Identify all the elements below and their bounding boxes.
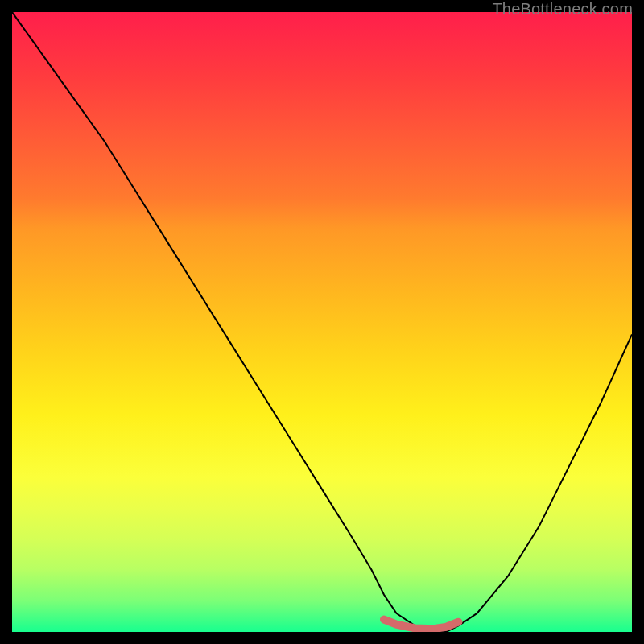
plot-svg	[12, 12, 632, 632]
bottleneck-curve	[12, 12, 632, 632]
watermark-text: TheBottleneck.com	[492, 0, 633, 19]
chart-frame: TheBottleneck.com	[0, 0, 644, 644]
optimal-range-marker	[384, 620, 458, 630]
plot-area	[12, 12, 632, 632]
